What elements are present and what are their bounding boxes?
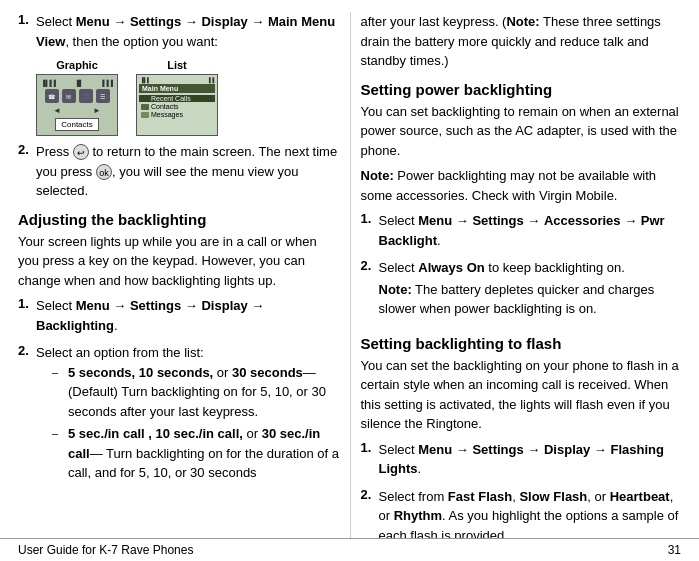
graphic-label: Graphic	[56, 59, 98, 71]
power-step-1: 1. Select Menu → Settings → Accessories …	[361, 211, 682, 250]
power-backlighting-heading: Setting power backlighting	[361, 81, 682, 98]
backlighting-sub-list: – 5 seconds, 10 seconds, or 30 seconds— …	[52, 363, 340, 483]
continuation-text: after your last keypress. (Note: These t…	[361, 12, 682, 71]
list-item-messages: Messages	[139, 111, 215, 118]
power-step-2: 2. Select Always On to keep backlighting…	[361, 258, 682, 325]
note-label-1: Note:	[506, 14, 539, 29]
fast-flash-label: Fast Flash	[448, 489, 512, 504]
always-on-note: Note: The battery depletes quicker and c…	[379, 280, 682, 319]
settings-label-d: Settings	[472, 442, 523, 457]
note-label-2: Note:	[361, 168, 394, 183]
left-column: 1. Select Menu → Settings → Display → Ma…	[18, 12, 350, 553]
flash-step-2: 2. Select from Fast Flash, Slow Flash, o…	[361, 487, 682, 546]
list-screen: ▐▌▌ ▐▐ Main Menu Recent Calls Contacts	[136, 74, 218, 136]
step-2: 2. Press ↩ to return to the main screen.…	[18, 142, 340, 201]
slow-flash-label: Slow Flash	[519, 489, 587, 504]
graphic-block: Graphic ▐▌▌▌ ▐▌ ▐▐▐ ☎ ✉ 🎵 ☰	[36, 59, 118, 136]
flash-step-1-num: 1.	[361, 440, 379, 479]
right-column: after your last keypress. (Note: These t…	[350, 12, 682, 553]
backlighting-step-2: 2. Select an option from the list: – 5 s…	[18, 343, 340, 487]
backlighting-step-1-num: 1.	[18, 296, 36, 335]
menu-label-c: Menu	[418, 213, 452, 228]
power-step-1-num: 1.	[361, 211, 379, 250]
always-on-label: Always On	[418, 260, 484, 275]
flash-step-2-num: 2.	[361, 487, 379, 546]
ok-button-icon[interactable]: ok	[96, 164, 112, 180]
footer-bar: User Guide for K-7 Rave Phones 31	[0, 538, 699, 561]
footer-right: 31	[668, 543, 681, 557]
messages-icon	[141, 112, 149, 118]
contacts-icon	[141, 104, 149, 110]
footer-left: User Guide for K-7 Rave Phones	[18, 543, 193, 557]
step-1-number: 1.	[18, 12, 36, 51]
sub-bullet-2: –	[52, 424, 68, 483]
backlighting-label: Backlighting	[36, 318, 114, 333]
list-label: List	[167, 59, 187, 71]
note-label-3: Note:	[379, 282, 412, 297]
sub-item-1-text: 5 seconds, 10 seconds, or 30 seconds— (D…	[68, 363, 340, 422]
heartbeat-label: Heartbeat	[610, 489, 670, 504]
display-label-b: Display	[201, 298, 247, 313]
settings-label: Settings	[130, 14, 181, 29]
list-item-contacts: Contacts	[139, 103, 215, 110]
sub-item-1: – 5 seconds, 10 seconds, or 30 seconds— …	[52, 363, 340, 422]
settings-label-b: Settings	[130, 298, 181, 313]
backlighting-flash-heading: Setting backlighting to flash	[361, 335, 682, 352]
step-1-content: Select Menu → Settings → Display → Main …	[36, 12, 340, 51]
step-1: 1. Select Menu → Settings → Display → Ma…	[18, 12, 340, 51]
display-label-d: Display	[544, 442, 590, 457]
phone-images-row: Graphic ▐▌▌▌ ▐▌ ▐▐▐ ☎ ✉ 🎵 ☰	[36, 59, 340, 136]
adjusting-backlighting-body: Your screen lights up while you are in a…	[18, 232, 340, 291]
menu-label-d: Menu	[418, 442, 452, 457]
power-step-2-content: Select Always On to keep backlighting on…	[379, 258, 682, 325]
power-backlighting-note: Note: Power backlighting may not be avai…	[361, 166, 682, 205]
menu-label-b: Menu	[76, 298, 110, 313]
display-label: Display	[201, 14, 247, 29]
sub-item-2: – 5 sec./in call , 10 sec./in call, or 3…	[52, 424, 340, 483]
backlighting-step-2-num: 2.	[18, 343, 36, 487]
power-backlighting-body: You can set backlighting to remain on wh…	[361, 102, 682, 161]
icon-2: ✉	[62, 89, 76, 103]
nav-left-icon: ◄	[53, 106, 61, 115]
power-step-1-content: Select Menu → Settings → Accessories → P…	[379, 211, 682, 250]
accessories-label: Accessories	[544, 213, 621, 228]
flash-step-1-content: Select Menu → Settings → Display → Flash…	[379, 440, 682, 479]
step-2-number: 2.	[18, 142, 36, 201]
adjusting-backlighting-heading: Adjusting the backlighting	[18, 211, 340, 228]
power-step-2-num: 2.	[361, 258, 379, 325]
nav-arrows: ◄ ►	[53, 106, 101, 115]
icon-3: 🎵	[79, 89, 93, 103]
rhythm-label: Rhythm	[394, 508, 442, 523]
icon-1: ☎	[45, 89, 59, 103]
graphic-screen: ▐▌▌▌ ▐▌ ▐▐▐ ☎ ✉ 🎵 ☰ ◄ ►	[36, 74, 118, 136]
list-item-recent-calls: Recent Calls	[139, 95, 215, 102]
backlighting-step-2-content: Select an option from the list: – 5 seco…	[36, 343, 340, 487]
contacts-button[interactable]: Contacts	[55, 118, 99, 131]
list-title: Main Menu	[139, 84, 215, 93]
flash-step-2-content: Select from Fast Flash, Slow Flash, or H…	[379, 487, 682, 546]
sub-item-2-text: 5 sec./in call , 10 sec./in call, or 30 …	[68, 424, 340, 483]
icon-4: ☰	[96, 89, 110, 103]
step-2-content: Press ↩ to return to the main screen. Th…	[36, 142, 340, 201]
recent-calls-icon	[141, 96, 149, 102]
sub-bullet-1: –	[52, 363, 68, 422]
back-button-icon[interactable]: ↩	[73, 144, 89, 160]
menu-label: Menu	[76, 14, 110, 29]
backlighting-step-1-content: Select Menu → Settings → Display → Backl…	[36, 296, 340, 335]
list-block: List ▐▌▌ ▐▐ Main Menu Recent Calls Conta…	[136, 59, 218, 136]
flash-step-1: 1. Select Menu → Settings → Display → Fl…	[361, 440, 682, 479]
settings-label-c: Settings	[472, 213, 523, 228]
backlighting-flash-body: You can set the backlighting on your pho…	[361, 356, 682, 434]
graphic-icons: ☎ ✉ 🎵 ☰	[45, 89, 110, 103]
backlighting-step-1: 1. Select Menu → Settings → Display → Ba…	[18, 296, 340, 335]
nav-right-icon: ►	[93, 106, 101, 115]
